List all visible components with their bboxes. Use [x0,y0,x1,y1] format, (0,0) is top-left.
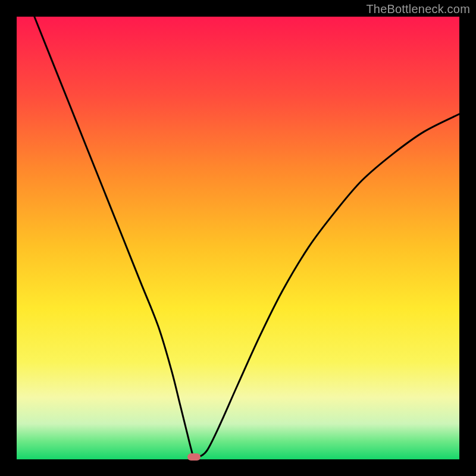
plot-area [17,17,459,459]
watermark-text: TheBottleneck.com [366,2,470,16]
bottleneck-curve [17,17,459,459]
optimum-marker [187,453,201,461]
chart-frame: TheBottleneck.com [0,0,476,476]
